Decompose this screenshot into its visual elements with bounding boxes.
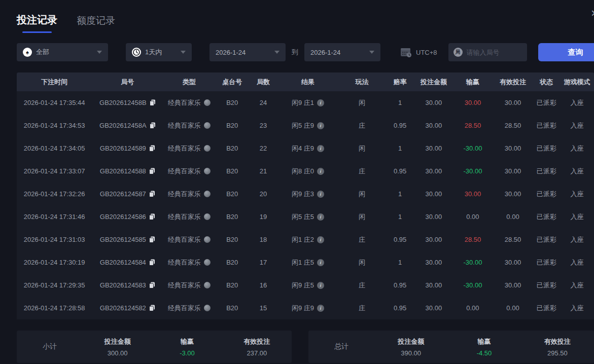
cell-status: 已派彩: [533, 212, 560, 222]
result-text: 闲9 庄1: [292, 98, 314, 107]
cell-game-id: GB202612458A: [92, 122, 163, 129]
cell-game-mode: 入座: [560, 144, 594, 153]
game-type-text: 经典百家乐: [168, 258, 201, 267]
cell-game-id: GB2026124583: [92, 281, 163, 289]
game-type-text: 经典百家乐: [168, 235, 201, 244]
game-type-text: 经典百家乐: [168, 190, 201, 199]
cell-table-no: B20: [215, 167, 249, 175]
copy-icon[interactable]: [149, 236, 155, 243]
cell-result: 闲5 庄9 i: [277, 121, 339, 130]
table-row: 2026-01-24 17:35:44 GB202612458B 经典百家乐 B…: [17, 91, 594, 114]
total-valid-bet: 有效投注 295.50: [521, 337, 594, 357]
result-text: 闲8 庄0: [292, 167, 314, 176]
info-icon[interactable]: i: [317, 145, 324, 152]
info-icon[interactable]: i: [317, 99, 324, 106]
cell-game-mode: 入座: [560, 258, 594, 267]
game-id-text: GB2026124582: [100, 304, 146, 312]
col-type: 类型: [163, 78, 215, 87]
cell-table-no: B20: [215, 236, 249, 243]
game-id-text: GB2026124585: [100, 236, 146, 243]
copy-icon[interactable]: [150, 122, 156, 129]
copy-icon[interactable]: [149, 282, 155, 288]
cell-bet-amount: 30.00: [414, 304, 452, 312]
cell-result: 闲9 庄1 i: [277, 98, 339, 107]
cell-round: 23: [249, 122, 277, 129]
date-to-picker[interactable]: 2026-1-24: [304, 43, 380, 61]
cell-valid-bet: 30.00: [493, 167, 533, 175]
copy-icon[interactable]: [149, 191, 155, 197]
col-game-id: 局号: [92, 78, 163, 87]
bet-records-table: 下注时间 局号 类型 桌台号 局数 结果 玩法 赔率 投注金额 输赢 有效投注 …: [17, 72, 594, 319]
copy-icon[interactable]: [149, 305, 155, 311]
col-game-mode: 游戏模式: [560, 78, 594, 87]
time-range-select[interactable]: 1天内: [126, 43, 192, 61]
close-icon[interactable]: ×: [591, 7, 594, 19]
tab-quota-records[interactable]: 额度记录: [77, 13, 115, 27]
cell-game-mode: 入座: [560, 212, 594, 222]
cell-bet-time: 2026-01-24 17:30:19: [17, 259, 92, 266]
cell-win-loss: 30.00: [452, 99, 493, 106]
copy-icon[interactable]: [150, 99, 156, 106]
chevron-down-icon: [369, 51, 374, 54]
game-type-text: 经典百家乐: [168, 121, 201, 130]
cell-valid-bet: 30.00: [493, 281, 533, 289]
info-icon[interactable]: i: [317, 122, 324, 129]
timezone-label: UTC+8: [416, 49, 437, 56]
chevron-down-icon: [274, 51, 279, 54]
tab-bet-records[interactable]: 投注记录: [17, 13, 57, 33]
cell-result: 闲1 庄5 i: [277, 258, 339, 267]
cell-result: 闲9 庄5 i: [277, 281, 339, 290]
cell-odds: 1: [386, 213, 414, 221]
info-icon[interactable]: i: [317, 236, 324, 243]
info-icon[interactable]: i: [317, 259, 324, 266]
table-body: 2026-01-24 17:35:44 GB202612458B 经典百家乐 B…: [17, 91, 594, 319]
copy-icon[interactable]: [149, 259, 155, 266]
info-icon[interactable]: i: [317, 191, 324, 198]
tab-quota-records-label: 额度记录: [77, 14, 115, 27]
game-logo-icon: [204, 282, 211, 288]
cell-status: 已派彩: [533, 235, 560, 244]
col-play: 玩法: [338, 78, 386, 87]
cell-win-loss: -30.00: [452, 167, 493, 175]
cell-table-no: B20: [215, 122, 249, 129]
cell-win-loss: -30.00: [452, 144, 493, 152]
cell-odds: 0.95: [386, 304, 414, 312]
filter-bar: ♠ 全部 1天内 2026-1-24 到 2026-1-24 UTC+8: [17, 43, 594, 61]
copy-icon[interactable]: [149, 168, 155, 174]
info-icon[interactable]: i: [317, 282, 324, 289]
search-input[interactable]: [467, 49, 522, 56]
cell-status: 已派彩: [533, 281, 560, 290]
cell-odds: 1: [386, 190, 414, 198]
cell-game-mode: 入座: [560, 121, 594, 130]
total-panel: 总计 投注金额 390.00 输赢 -4.50 有效投注 295.50: [308, 331, 594, 363]
game-logo-icon: [204, 145, 211, 152]
info-icon[interactable]: i: [317, 168, 324, 175]
game-id-search[interactable]: 局: [448, 43, 527, 61]
game-category-select[interactable]: ♠ 全部: [17, 43, 108, 61]
col-bet-time: 下注时间: [17, 78, 92, 87]
cell-win-loss: -30.00: [452, 259, 493, 266]
cell-status: 已派彩: [533, 258, 560, 267]
cell-bet-time: 2026-01-24 17:34:53: [17, 122, 92, 129]
cell-win-loss: 28.50: [452, 236, 493, 243]
date-to-value: 2026-1-24: [310, 49, 340, 56]
cell-result: 闲9 庄3 i: [277, 190, 339, 199]
cell-bet-amount: 30.00: [414, 236, 452, 243]
query-button[interactable]: 查询: [538, 43, 594, 61]
info-icon[interactable]: i: [317, 305, 324, 312]
copy-icon[interactable]: [149, 213, 155, 220]
total-win-loss: 输赢 -4.50: [447, 337, 520, 357]
cell-status: 已派彩: [533, 304, 560, 313]
cell-valid-bet: 30.00: [493, 144, 533, 152]
game-logo-icon: [204, 122, 211, 129]
date-from-picker[interactable]: 2026-1-24: [209, 43, 286, 61]
info-icon[interactable]: i: [317, 213, 324, 221]
cell-table-no: B20: [215, 144, 249, 152]
col-table-no: 桌台号: [215, 78, 249, 87]
cell-game-type: 经典百家乐: [163, 304, 215, 313]
cell-bet-amount: 30.00: [414, 144, 452, 152]
cell-round: 19: [249, 213, 277, 221]
cell-win-loss: 0.00: [452, 213, 493, 221]
to-label: 到: [292, 48, 298, 57]
copy-icon[interactable]: [149, 145, 155, 152]
